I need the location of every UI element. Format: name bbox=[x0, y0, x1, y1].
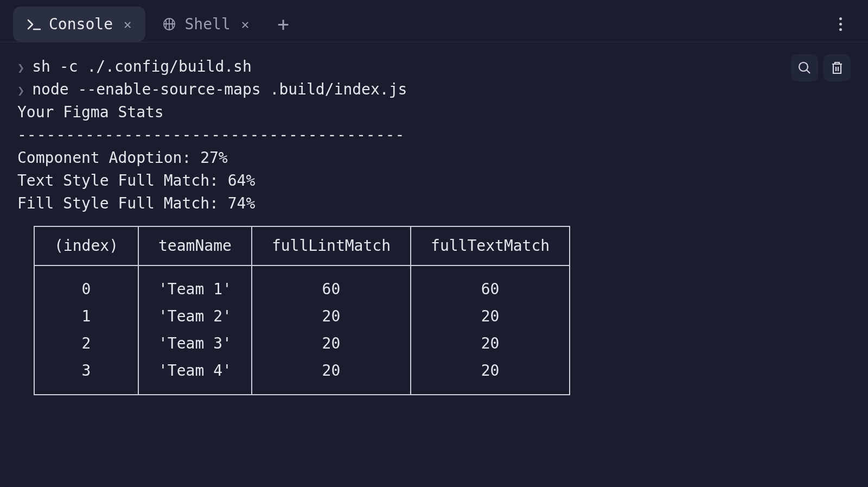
shell-icon bbox=[162, 17, 177, 32]
cell-teamname: 'Team 4' bbox=[138, 357, 252, 395]
command-line: ❯ node --enable-source-maps .build/index… bbox=[17, 78, 851, 101]
table-header: teamName bbox=[138, 226, 252, 265]
console-panel: Console ✕ Shell ✕ + bbox=[0, 0, 868, 487]
stat-line: Text Style Full Match: 64% bbox=[17, 169, 851, 192]
cell-lintmatch: 20 bbox=[252, 303, 411, 330]
command-text: sh -c ./.config/build.sh bbox=[32, 55, 252, 78]
terminal-icon bbox=[27, 18, 41, 30]
table-header: fullLintMatch bbox=[252, 226, 411, 265]
table-row: 0'Team 1'6060 bbox=[34, 265, 570, 303]
tab-bar: Console ✕ Shell ✕ + bbox=[0, 0, 868, 42]
table-header: (index) bbox=[34, 226, 138, 265]
stat-value: 74% bbox=[228, 194, 256, 212]
table-row: 3'Team 4'2020 bbox=[34, 357, 570, 395]
close-icon[interactable]: ✕ bbox=[124, 17, 131, 32]
close-icon[interactable]: ✕ bbox=[241, 17, 249, 32]
tab-console-label: Console bbox=[49, 15, 113, 33]
cell-teamname: 'Team 2' bbox=[138, 303, 252, 330]
tab-console[interactable]: Console ✕ bbox=[13, 7, 145, 42]
console-actions bbox=[791, 54, 851, 81]
table-header: fullTextMatch bbox=[411, 226, 570, 265]
new-tab-button[interactable]: + bbox=[265, 8, 301, 41]
cell-index: 0 bbox=[34, 265, 138, 303]
stat-value: 27% bbox=[200, 149, 228, 167]
prompt-icon: ❯ bbox=[17, 55, 24, 78]
trash-icon bbox=[831, 61, 844, 75]
cell-index: 1 bbox=[34, 303, 138, 330]
cell-textmatch: 20 bbox=[411, 357, 570, 395]
table-row: 1'Team 2'2020 bbox=[34, 303, 570, 330]
stat-label: Text Style Full Match bbox=[17, 172, 209, 189]
svg-line-2 bbox=[807, 70, 810, 73]
stat-label: Fill Style Full Match bbox=[17, 194, 209, 212]
cell-teamname: 'Team 1' bbox=[138, 265, 252, 303]
console-output: ❯ sh -c ./.config/build.sh ❯ node --enab… bbox=[0, 42, 868, 487]
tab-shell-label: Shell bbox=[184, 15, 230, 33]
svg-point-1 bbox=[799, 62, 808, 71]
search-icon bbox=[797, 61, 812, 75]
cell-index: 3 bbox=[34, 357, 138, 395]
cell-index: 2 bbox=[34, 330, 138, 357]
stat-line: Fill Style Full Match: 74% bbox=[17, 192, 851, 215]
cell-textmatch: 20 bbox=[411, 330, 570, 357]
cell-teamname: 'Team 3' bbox=[138, 330, 252, 357]
stats-table: (index) teamName fullLintMatch fullTextM… bbox=[34, 226, 570, 395]
output-divider: ---------------------------------------- bbox=[17, 124, 851, 147]
command-text: node --enable-source-maps .build/index.j… bbox=[32, 78, 407, 101]
cell-lintmatch: 20 bbox=[252, 357, 411, 395]
table-header-row: (index) teamName fullLintMatch fullTextM… bbox=[34, 226, 570, 265]
tab-shell[interactable]: Shell ✕ bbox=[148, 7, 263, 42]
clear-button[interactable] bbox=[824, 54, 851, 81]
command-line: ❯ sh -c ./.config/build.sh bbox=[17, 55, 851, 78]
stat-value: 64% bbox=[228, 172, 256, 189]
cell-lintmatch: 60 bbox=[252, 265, 411, 303]
stat-line: Component Adoption: 27% bbox=[17, 147, 851, 169]
output-title: Your Figma Stats bbox=[17, 101, 851, 124]
stat-label: Component Adoption bbox=[17, 149, 182, 167]
prompt-icon: ❯ bbox=[17, 78, 24, 101]
cell-textmatch: 60 bbox=[411, 265, 570, 303]
cell-textmatch: 20 bbox=[411, 303, 570, 330]
cell-lintmatch: 20 bbox=[252, 330, 411, 357]
search-button[interactable] bbox=[791, 54, 818, 81]
table-row: 2'Team 3'2020 bbox=[34, 330, 570, 357]
more-menu-button[interactable] bbox=[826, 9, 855, 40]
